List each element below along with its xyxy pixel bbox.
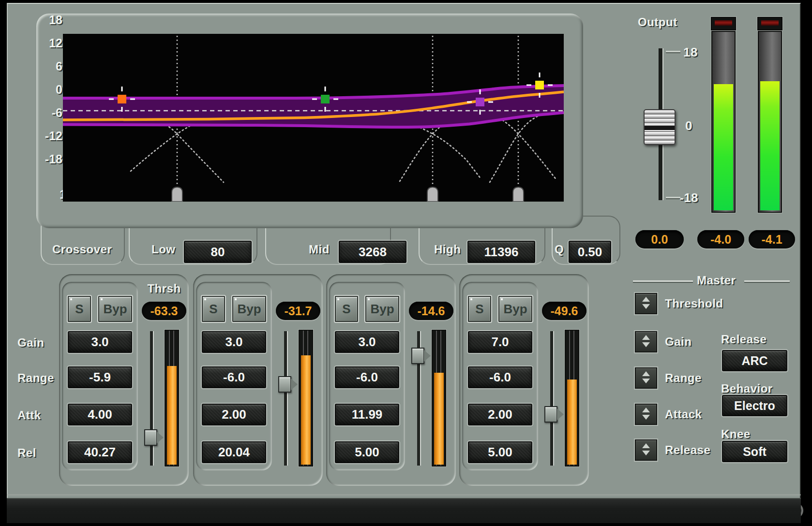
band4-bypass-button[interactable]: Byp bbox=[498, 296, 532, 322]
low-crossover-field[interactable]: 80 bbox=[184, 241, 252, 263]
band1-meter bbox=[165, 330, 179, 467]
output-meter-left bbox=[711, 31, 736, 213]
mid-crossover-handle[interactable] bbox=[427, 187, 438, 202]
q-field[interactable]: 0.50 bbox=[569, 241, 611, 263]
master-attack-stepper[interactable] bbox=[635, 404, 657, 425]
band4-meter bbox=[565, 330, 579, 467]
arrow-up-icon bbox=[642, 371, 650, 376]
y-tick: 0 bbox=[43, 83, 62, 97]
high-label: High bbox=[434, 243, 461, 256]
band1-threshold-handle[interactable] bbox=[144, 429, 157, 446]
attack-row-label: Attk bbox=[17, 409, 41, 422]
release-row-label: Rel bbox=[17, 446, 36, 460]
meter-fill bbox=[760, 81, 780, 210]
master-attack-label: Attack bbox=[665, 408, 702, 421]
band3-solo-button[interactable]: S bbox=[335, 296, 358, 322]
band3-threshold-handle[interactable] bbox=[411, 348, 424, 364]
clip-led-right[interactable] bbox=[757, 17, 782, 30]
band4-solo-button[interactable]: S bbox=[468, 296, 491, 322]
mid-crossover-field[interactable]: 3268 bbox=[339, 241, 406, 263]
master-divider-right bbox=[744, 280, 790, 282]
y-tick: -6 bbox=[43, 106, 62, 120]
master-threshold-label: Threshold bbox=[665, 297, 723, 310]
master-gain-stepper[interactable] bbox=[635, 331, 657, 352]
behavior-button[interactable]: Electro bbox=[722, 395, 787, 416]
band3-release-field[interactable]: 5.00 bbox=[335, 441, 399, 463]
knee-button[interactable]: Soft bbox=[722, 441, 787, 462]
q-label: Q bbox=[555, 243, 564, 256]
band2-threshold-slider[interactable] bbox=[284, 331, 288, 466]
master-divider-left bbox=[633, 280, 693, 282]
band1-solo-button[interactable]: S bbox=[68, 296, 91, 322]
gain-row-label: Gain bbox=[17, 336, 44, 350]
fader-tick-top bbox=[666, 51, 680, 52]
master-range-stepper[interactable] bbox=[635, 367, 657, 389]
arrow-up-icon bbox=[642, 443, 650, 448]
master-gain-label: Gain bbox=[665, 335, 692, 349]
response-curves bbox=[63, 34, 564, 202]
y-tick: 12 bbox=[43, 36, 62, 50]
band4-threshold-handle[interactable] bbox=[544, 406, 557, 423]
band1-gain-field[interactable]: 3.0 bbox=[68, 331, 132, 353]
band4-attack-field[interactable]: 2.00 bbox=[468, 404, 532, 425]
fader-tick-bottom bbox=[666, 197, 680, 198]
band2-release-field[interactable]: 20.04 bbox=[202, 441, 266, 463]
band3-bypass-button[interactable]: Byp bbox=[365, 296, 399, 322]
band1-attack-field[interactable]: 4.00 bbox=[68, 404, 132, 425]
master-threshold-stepper[interactable] bbox=[635, 293, 657, 314]
arrow-up-icon bbox=[642, 297, 650, 302]
arrow-down-icon bbox=[642, 451, 650, 455]
fader-scale-bottom: -18 bbox=[679, 190, 698, 205]
peak-readout-left[interactable]: -4.0 bbox=[697, 230, 744, 248]
y-tick: -18 bbox=[43, 152, 62, 166]
frequency-response-display bbox=[63, 34, 564, 202]
band3-gain-field[interactable]: 3.0 bbox=[335, 331, 399, 353]
arrow-down-icon bbox=[642, 304, 650, 309]
band1-range-field[interactable]: -5.9 bbox=[68, 366, 132, 388]
range-row-label: Range bbox=[17, 371, 54, 385]
master-release-stepper[interactable] bbox=[635, 439, 657, 461]
band3-threshold-readout[interactable]: -14.6 bbox=[409, 302, 453, 320]
band1-release-field[interactable]: 40.27 bbox=[68, 441, 132, 463]
bottom-separator bbox=[7, 494, 801, 496]
arrow-down-icon bbox=[642, 415, 650, 420]
high-crossover-field[interactable]: 11396 bbox=[467, 241, 535, 263]
band2-bypass-button[interactable]: Byp bbox=[232, 296, 266, 322]
low-crossover-handle[interactable] bbox=[172, 187, 182, 202]
band1-threshold-readout[interactable]: -63.3 bbox=[142, 302, 186, 320]
band2-threshold-readout[interactable]: -31.7 bbox=[276, 302, 320, 320]
band4-release-field[interactable]: 5.00 bbox=[468, 441, 532, 463]
band4-threshold-slider[interactable] bbox=[550, 331, 554, 466]
behavior-label: Behavior bbox=[721, 382, 773, 395]
fader-scale-top: 18 bbox=[683, 45, 698, 60]
band4-gain-field[interactable]: 7.0 bbox=[468, 331, 532, 353]
y-tick: -12 bbox=[43, 129, 62, 143]
output-gain-readout[interactable]: 0.0 bbox=[635, 230, 684, 248]
band3-range-field[interactable]: -6.0 bbox=[335, 366, 399, 388]
band2-meter bbox=[299, 330, 313, 467]
crossover-label: Crossover bbox=[52, 243, 112, 256]
band1-panel: S Byp Thrsh -63.3 3.0 -5.9 4.00 40.27 bbox=[59, 274, 189, 486]
clip-led-left[interactable] bbox=[711, 17, 736, 30]
band2-range-field[interactable]: -6.0 bbox=[202, 366, 266, 388]
output-fader-handle[interactable] bbox=[644, 109, 676, 145]
band2-solo-button[interactable]: S bbox=[202, 296, 225, 322]
band2-attack-field[interactable]: 2.00 bbox=[202, 404, 266, 425]
arrow-down-icon bbox=[642, 342, 650, 347]
band2-threshold-handle[interactable] bbox=[278, 376, 291, 393]
band3-attack-field[interactable]: 11.99 bbox=[335, 404, 399, 425]
peak-readout-right[interactable]: -4.1 bbox=[749, 230, 795, 248]
band2-gain-field[interactable]: 3.0 bbox=[202, 331, 266, 353]
bottom-bar bbox=[7, 498, 801, 523]
band1-bypass-button[interactable]: Byp bbox=[98, 296, 132, 322]
band3-panel: S Byp -14.6 3.0 -6.0 11.99 5.00 bbox=[326, 274, 456, 486]
arrow-up-icon bbox=[642, 335, 650, 340]
band4-panel: S Byp -49.6 7.0 -6.0 2.00 5.00 bbox=[459, 274, 589, 486]
high-crossover-handle[interactable] bbox=[513, 187, 524, 202]
master-label: Master bbox=[697, 274, 736, 287]
band4-threshold-readout[interactable]: -49.6 bbox=[542, 302, 586, 320]
fader-scale-mid: 0 bbox=[685, 118, 692, 133]
release-mode-button[interactable]: ARC bbox=[722, 350, 787, 371]
release-mode-label: Release bbox=[721, 333, 767, 346]
band4-range-field[interactable]: -6.0 bbox=[468, 366, 532, 388]
